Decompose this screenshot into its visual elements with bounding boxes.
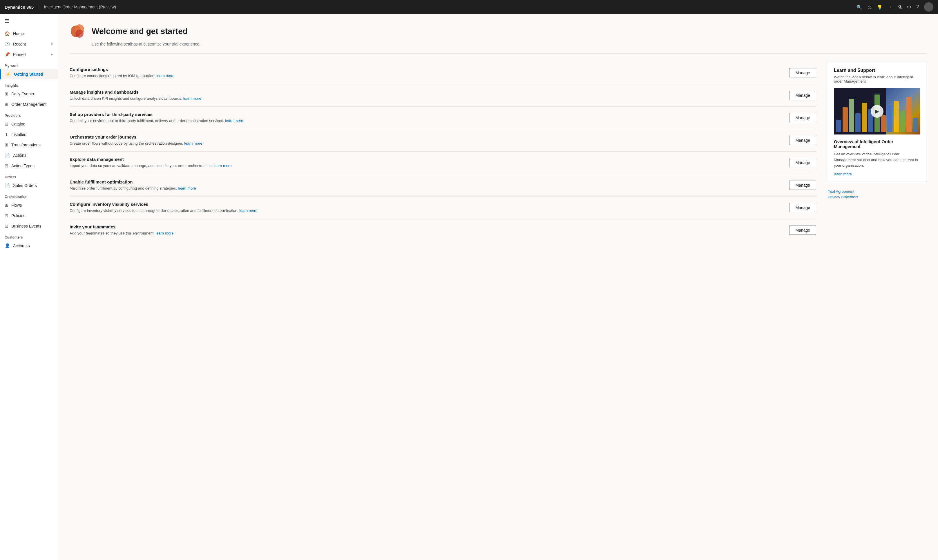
sidebar-item-sales-orders[interactable]: 📄 Sales Orders: [0, 180, 58, 191]
sidebar-item-pinned[interactable]: 📌 Pinned ∨: [0, 49, 58, 60]
chart-bar: [836, 120, 841, 132]
sidebar-item-order-management[interactable]: ⊞ Order Management: [0, 99, 58, 109]
recent-icon: 🕐: [5, 42, 10, 47]
sidebar-label-action-types: Action Types: [11, 163, 34, 168]
sidebar: ☰ 🏠 Home 🕐 Recent ∨ 📌 Pinned ∨ My work ⚡…: [0, 14, 58, 560]
chart-bar: [849, 99, 854, 132]
manage-btn-explore-data[interactable]: Manage: [789, 158, 816, 167]
section-customers: Customers: [0, 232, 58, 241]
external-links-section: Trial AgreementPrivacy Statement: [828, 189, 926, 199]
manage-btn-setup-providers[interactable]: Manage: [789, 113, 816, 122]
manage-btn-configure-settings[interactable]: Manage: [789, 68, 816, 77]
sidebar-label-actions: Actions: [13, 153, 26, 158]
help-icon[interactable]: ?: [916, 5, 919, 9]
nav-divider: |: [38, 5, 39, 9]
chart-bar: [881, 115, 886, 132]
sidebar-item-recent[interactable]: 🕐 Recent ∨: [0, 39, 58, 49]
app-logo: [69, 23, 86, 39]
search-icon[interactable]: 🔍: [856, 5, 862, 10]
sidebar-item-business-events[interactable]: ⊡ Business Events: [0, 221, 58, 231]
setting-learn-more-setup-providers[interactable]: learn more: [225, 118, 243, 123]
sidebar-label-daily-events: Daily Events: [11, 92, 34, 96]
video-learn-more-link[interactable]: learn more: [834, 172, 920, 176]
sidebar-label-installed: Installed: [11, 132, 26, 137]
setting-row-orchestrate-journeys: Orchestrate your order journeysCreate or…: [69, 129, 816, 152]
sidebar-item-policies[interactable]: ⊡ Policies: [0, 211, 58, 221]
page-divider: [69, 53, 926, 54]
setting-learn-more-manage-insights[interactable]: learn more: [183, 96, 201, 101]
policies-icon: ⊡: [5, 213, 8, 218]
business-events-icon: ⊡: [5, 223, 8, 229]
svg-point-2: [76, 29, 83, 38]
top-nav-icons: 🔍 ◎ 💡 ＋ ⚗ ⚙ ?: [856, 2, 933, 12]
sidebar-item-home[interactable]: 🏠 Home: [0, 28, 58, 39]
setting-row-inventory: Configure inventory visibility servicesC…: [69, 197, 816, 219]
manage-btn-inventory[interactable]: Manage: [789, 203, 816, 212]
sidebar-label-accounts: Accounts: [13, 243, 30, 248]
video-title: Overview of Intelligent Order Management: [834, 139, 920, 149]
manage-btn-manage-insights[interactable]: Manage: [789, 91, 816, 100]
play-button[interactable]: ▶: [871, 105, 884, 118]
transformations-icon: ⊞: [5, 142, 8, 148]
setting-text-setup-providers: Set up providers for third-party service…: [69, 112, 784, 124]
page-subtitle: Use the following settings to customize …: [69, 42, 926, 46]
sidebar-label-business-events: Business Events: [11, 224, 42, 228]
pinned-chevron-icon: ∨: [51, 53, 53, 57]
page-header: Welcome and get started: [69, 23, 926, 39]
sidebar-item-action-types[interactable]: ⊡ Action Types: [0, 161, 58, 171]
video-thumbnail[interactable]: ▶: [834, 88, 920, 134]
sidebar-item-installed[interactable]: ⬇ Installed: [0, 129, 58, 140]
setting-title-fulfillment: Enable fulfillment optimization: [69, 179, 784, 185]
sidebar-item-accounts[interactable]: 👤 Accounts: [0, 241, 58, 251]
sidebar-item-daily-events[interactable]: ⊞ Daily Events: [0, 89, 58, 99]
add-icon[interactable]: ＋: [888, 4, 892, 10]
sidebar-item-flows[interactable]: ⊞ Flows: [0, 200, 58, 211]
setting-learn-more-teammates[interactable]: learn more: [156, 231, 173, 235]
daily-events-icon: ⊞: [5, 91, 8, 97]
setting-title-configure-settings: Configure settings: [69, 67, 784, 72]
sidebar-item-transformations[interactable]: ⊞ Transformations: [0, 140, 58, 150]
two-col-layout: Configure settingsConfigure connections …: [69, 62, 926, 241]
setting-desc-explore-data: Import your data so you can validate, ma…: [69, 163, 784, 169]
flows-icon: ⊞: [5, 203, 8, 208]
setting-learn-more-inventory[interactable]: learn more: [239, 208, 257, 213]
sidebar-label-flows: Flows: [11, 203, 22, 208]
setting-title-manage-insights: Manage insights and dashboards: [69, 89, 784, 94]
sidebar-item-getting-started[interactable]: ⚡ Getting Started: [0, 69, 58, 79]
hamburger-menu[interactable]: ☰: [0, 14, 58, 28]
setting-learn-more-fulfillment[interactable]: learn more: [178, 186, 196, 191]
manage-btn-fulfillment[interactable]: Manage: [789, 181, 816, 190]
user-avatar[interactable]: [924, 2, 933, 12]
setting-row-setup-providers: Set up providers for third-party service…: [69, 107, 816, 129]
brand-name[interactable]: Dynamics 365: [5, 5, 34, 9]
manage-btn-orchestrate-journeys[interactable]: Manage: [789, 135, 816, 145]
sidebar-item-catalog[interactable]: ⊡ Catalog: [0, 119, 58, 129]
setting-desc-setup-providers: Connect your environment to third-party …: [69, 118, 784, 124]
action-types-icon: ⊡: [5, 163, 8, 168]
section-orders: Orders: [0, 172, 58, 180]
setting-learn-more-orchestrate-journeys[interactable]: learn more: [184, 141, 202, 146]
setting-title-setup-providers: Set up providers for third-party service…: [69, 112, 784, 117]
sidebar-label-home: Home: [13, 31, 24, 36]
recent-chevron-icon: ∨: [51, 42, 53, 46]
setting-row-teammates: Invite your teammatesAdd your teammates …: [69, 219, 816, 242]
setting-learn-more-configure-settings[interactable]: learn more: [156, 74, 174, 78]
setting-learn-more-explore-data[interactable]: learn more: [213, 163, 231, 168]
setting-title-inventory: Configure inventory visibility services: [69, 202, 784, 207]
sidebar-item-actions[interactable]: 📄 Actions: [0, 150, 58, 161]
link-privacy-statement[interactable]: Privacy Statement: [828, 195, 926, 199]
video-desc: Get an overview of the Intelligent Order…: [834, 151, 920, 168]
filter-icon[interactable]: ⚗: [898, 5, 902, 10]
settings-check-icon[interactable]: ◎: [867, 5, 872, 10]
chart-bar: [893, 101, 899, 132]
gear-icon[interactable]: ⚙: [907, 5, 911, 10]
installed-icon: ⬇: [5, 132, 8, 137]
setting-text-explore-data: Explore data managementImport your data …: [69, 157, 784, 169]
getting-started-icon: ⚡: [6, 72, 11, 77]
link-trial-agreement[interactable]: Trial Agreement: [828, 189, 926, 194]
lightbulb-icon[interactable]: 💡: [877, 5, 882, 10]
section-providers: Providers: [0, 111, 58, 119]
setting-row-configure-settings: Configure settingsConfigure connections …: [69, 62, 816, 85]
manage-btn-teammates[interactable]: Manage: [789, 226, 816, 235]
sidebar-label-recent: Recent: [13, 42, 26, 46]
